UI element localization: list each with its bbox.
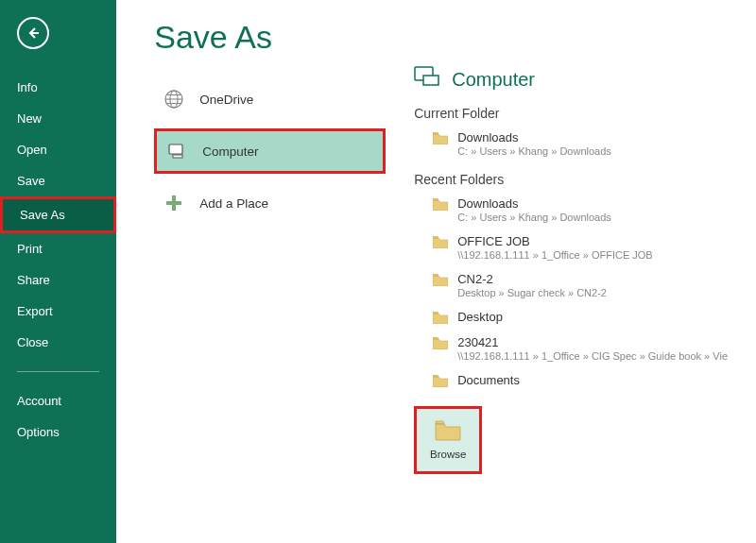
folder-name: CN2-2 xyxy=(457,272,728,286)
folder-path: C: » Users » Khang » Downloads xyxy=(457,145,728,157)
sidebar-item-info[interactable]: Info xyxy=(0,72,116,103)
detail-title: Computer xyxy=(452,69,535,91)
folder-icon xyxy=(433,312,448,324)
detail-column: Computer Current Folder Downloads C: » U… xyxy=(414,19,728,524)
locations-column: Save As OneDrive Computer Add a Place xyxy=(154,19,386,524)
detail-header: Computer xyxy=(414,66,728,93)
recent-folders-list: DownloadsC: » Users » Khang » DownloadsO… xyxy=(414,193,728,395)
folder-icon xyxy=(433,198,448,211)
sidebar-item-share[interactable]: Share xyxy=(0,264,116,296)
folder-icon xyxy=(433,236,448,248)
location-computer[interactable]: Computer xyxy=(154,128,386,174)
folder-icon xyxy=(433,337,448,349)
sidebar-item-account[interactable]: Account xyxy=(0,385,116,416)
location-onedrive[interactable]: OneDrive xyxy=(154,79,386,119)
plus-icon xyxy=(163,193,184,213)
location-label: Computer xyxy=(202,144,258,159)
location-label: Add a Place xyxy=(199,196,268,211)
folder-open-icon xyxy=(435,420,461,441)
sidebar-item-save-as[interactable]: Save As xyxy=(0,196,116,233)
browse-button[interactable]: Browse xyxy=(414,406,482,474)
folder-name: Downloads xyxy=(457,196,728,211)
computer-icon xyxy=(414,66,440,93)
recent-folder-item[interactable]: Documents xyxy=(414,369,728,395)
backstage-sidebar: Info New Open Save Save As Print Share E… xyxy=(0,0,116,543)
back-arrow-icon xyxy=(26,25,41,41)
folder-name: OFFICE JOB xyxy=(457,234,728,248)
folder-icon xyxy=(433,132,448,144)
recent-folder-item[interactable]: Desktop xyxy=(414,306,728,331)
computer-icon xyxy=(166,141,187,161)
back-button[interactable] xyxy=(17,17,49,49)
location-label: OneDrive xyxy=(199,93,253,107)
sidebar-item-print[interactable]: Print xyxy=(0,233,116,264)
folder-name: Documents xyxy=(457,373,728,387)
svg-rect-7 xyxy=(173,155,182,158)
page-title: Save As xyxy=(154,19,386,56)
folder-name: Downloads xyxy=(457,130,728,144)
folder-name: 230421 xyxy=(457,335,728,349)
sidebar-item-open[interactable]: Open xyxy=(0,134,116,165)
svg-rect-11 xyxy=(423,76,438,85)
svg-rect-6 xyxy=(169,144,182,154)
sidebar-item-save[interactable]: Save xyxy=(0,165,116,196)
sidebar-item-new[interactable]: New xyxy=(0,103,116,134)
current-folder-label: Current Folder xyxy=(414,106,728,121)
recent-folder-item[interactable]: 230421\\192.168.1.111 » 1_Office » CIG S… xyxy=(414,331,728,369)
sidebar-item-export[interactable]: Export xyxy=(0,296,116,327)
current-folder-item[interactable]: Downloads C: » Users » Khang » Downloads xyxy=(414,127,728,164)
folder-path: \\192.168.1.111 » 1_Office » CIG Spec » … xyxy=(457,350,728,362)
folder-path: C: » Users » Khang » Downloads xyxy=(457,212,728,223)
folder-icon xyxy=(433,274,448,286)
browse-label: Browse xyxy=(430,449,466,460)
folder-path: Desktop » Sugar check » CN2-2 xyxy=(457,287,728,298)
sidebar-item-close[interactable]: Close xyxy=(0,327,116,358)
location-add-place[interactable]: Add a Place xyxy=(154,183,386,223)
recent-folder-item[interactable]: OFFICE JOB\\192.168.1.111 » 1_Office » O… xyxy=(414,230,728,268)
globe-icon xyxy=(163,89,184,110)
recent-folder-item[interactable]: CN2-2Desktop » Sugar check » CN2-2 xyxy=(414,268,728,306)
sidebar-item-options[interactable]: Options xyxy=(0,416,116,448)
recent-folders-label: Recent Folders xyxy=(414,172,728,187)
folder-name: Desktop xyxy=(457,310,728,324)
sidebar-divider xyxy=(17,371,99,372)
svg-rect-9 xyxy=(166,201,181,205)
folder-path: \\192.168.1.111 » 1_Office » OFFICE JOB xyxy=(457,249,728,261)
folder-icon xyxy=(433,375,448,387)
main-panel: Save As OneDrive Computer Add a Place C xyxy=(116,0,756,543)
recent-folder-item[interactable]: DownloadsC: » Users » Khang » Downloads xyxy=(414,193,728,230)
